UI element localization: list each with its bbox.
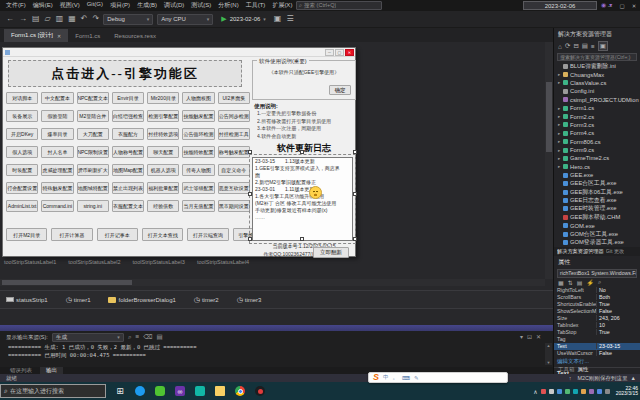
function-button[interactable]: 爆率目录 bbox=[41, 128, 73, 140]
solution-tree-item[interactable]: ▸ GameTime2.cs bbox=[554, 154, 640, 162]
solution-tree-item[interactable]: GEE脚本06工具.exe bbox=[554, 188, 640, 196]
function-button[interactable]: AdminList.txt bbox=[6, 200, 38, 212]
function-button[interactable]: 恶意互砍设置 bbox=[218, 182, 250, 194]
solution-tree-item[interactable]: GEE时装管理.exe bbox=[554, 205, 640, 213]
open-tool-button[interactable]: 打开M2目录 bbox=[6, 228, 47, 241]
property-row[interactable]: TabIndex 10 bbox=[554, 322, 640, 329]
tab-close-icon[interactable]: ✕ bbox=[57, 33, 61, 39]
properties-icon[interactable]: ▤ bbox=[577, 279, 583, 286]
dock-tab[interactable]: Git 更改 bbox=[606, 248, 624, 255]
function-button[interactable]: NPC配置文本 bbox=[77, 92, 109, 104]
function-button[interactable]: 聊天配置 bbox=[147, 146, 179, 158]
panel-dropdown-icon[interactable]: ▾ bbox=[520, 333, 523, 340]
property-row[interactable]: Size 243, 206 bbox=[554, 315, 640, 322]
document-tab[interactable]: Form1.cs✕ bbox=[68, 29, 107, 42]
selection-handle[interactable] bbox=[353, 237, 357, 241]
refresh-now-button[interactable]: 立即翻新 bbox=[313, 247, 349, 258]
tray-app-icon[interactable] bbox=[565, 389, 570, 394]
function-button[interactable]: 时装配置 bbox=[6, 164, 38, 176]
function-button[interactable]: 特殊触发配置 bbox=[41, 182, 73, 194]
function-button[interactable]: 假人选项 bbox=[6, 146, 38, 158]
ime-tool-icon[interactable]: 中 bbox=[383, 374, 389, 381]
solution-tree-item[interactable]: GOM合区工具.exe bbox=[554, 230, 640, 238]
selection-handle[interactable] bbox=[353, 150, 357, 154]
designer-vertical-scrollbar[interactable] bbox=[545, 42, 553, 279]
panel-close-icon[interactable]: ✕ bbox=[536, 333, 541, 340]
panel-maximize-icon[interactable]: ⊡ bbox=[527, 333, 532, 340]
selection-handle[interactable] bbox=[248, 150, 252, 154]
refresh-icon[interactable]: ⟳ bbox=[565, 42, 570, 50]
function-button[interactable]: 禁止出现列表 bbox=[112, 182, 144, 194]
caret-up-icon[interactable]: ▲ bbox=[631, 375, 636, 381]
tray-app-icon[interactable] bbox=[573, 389, 578, 394]
function-button[interactable]: 中文配置本 bbox=[41, 92, 73, 104]
properties-object-dropdown[interactable]: richTextBox1 System.Windows.Forms.RichTe… bbox=[557, 269, 637, 278]
dock-tab[interactable]: 解决方案资源管理器 bbox=[557, 248, 604, 255]
tray-app-icon[interactable] bbox=[549, 389, 554, 394]
function-button[interactable]: 武士等级配置 bbox=[182, 182, 214, 194]
menu-item[interactable]: 编辑(E) bbox=[33, 1, 53, 10]
function-button[interactable]: 当月充值配置 bbox=[182, 200, 214, 212]
function-button[interactable]: 对话脚本 bbox=[6, 92, 38, 104]
selection-handle[interactable] bbox=[353, 192, 357, 196]
menu-item[interactable]: Git(G) bbox=[87, 1, 103, 10]
function-button[interactable]: 公告同步检测 bbox=[218, 110, 250, 122]
solution-tree-item[interactable]: ▸ ChuangsMax bbox=[554, 70, 640, 78]
selection-handle[interactable] bbox=[248, 237, 252, 241]
teal-app-icon[interactable] bbox=[195, 386, 205, 396]
document-tab[interactable]: Form1.cs [设计]✕ bbox=[4, 29, 68, 42]
sogou-logo-icon[interactable]: S bbox=[373, 373, 379, 382]
platform-dropdown[interactable]: Any CPU▾ bbox=[157, 14, 213, 25]
ime-tool-icon[interactable]: 。 bbox=[393, 374, 399, 381]
chrome-icon[interactable] bbox=[235, 386, 245, 396]
solution-tree-item[interactable]: ▸ Form9.cs bbox=[554, 146, 640, 154]
function-button[interactable]: 人物面板图 bbox=[182, 92, 214, 104]
function-button[interactable]: Envir目录 bbox=[112, 92, 144, 104]
menu-item[interactable]: 视图(V) bbox=[60, 1, 80, 10]
collapse-all-icon[interactable]: ⊟ bbox=[573, 42, 578, 50]
function-button[interactable]: UI2界面集 bbox=[218, 92, 250, 104]
solution-name-box[interactable]: 2023-02-06 bbox=[523, 1, 597, 10]
undo-icon[interactable]: ↶ bbox=[81, 15, 88, 23]
confirm-button[interactable]: 确定 bbox=[329, 85, 351, 95]
function-button[interactable]: 经验倍数 bbox=[147, 200, 179, 212]
function-button[interactable]: 机器人选项 bbox=[147, 164, 179, 176]
function-button[interactable]: NPC限制设置 bbox=[77, 146, 109, 158]
property-row[interactable]: UseWaitCursor False bbox=[554, 350, 640, 357]
open-tool-button[interactable]: 打开文本查找 bbox=[142, 228, 183, 241]
ime-tool-icon[interactable]: ⌨ bbox=[402, 375, 410, 381]
function-button[interactable]: 封挂检测工具 bbox=[218, 128, 250, 140]
properties-shortcut-icon[interactable]: ≡ bbox=[591, 43, 595, 50]
function-button[interactable]: 假验登陆 bbox=[41, 110, 73, 122]
toggle-wordwrap-icon[interactable]: ▤ bbox=[157, 333, 163, 341]
function-button[interactable]: 地图Map配置 bbox=[112, 164, 144, 176]
output-scrollbar[interactable]: ▲▼ bbox=[545, 343, 552, 365]
close-button[interactable]: ✕ bbox=[628, 0, 640, 11]
function-button[interactable]: 装备展示 bbox=[6, 110, 38, 122]
property-row[interactable]: TabStop True bbox=[554, 329, 640, 336]
solution-tree-item[interactable]: GOM.exe bbox=[554, 221, 640, 229]
menu-item[interactable]: 生成(B) bbox=[137, 1, 157, 10]
taskbar-clock[interactable]: 22:46 2023/3/15 bbox=[616, 386, 638, 397]
edit-text-lines-link[interactable]: 编辑文本行... bbox=[554, 358, 640, 365]
function-button[interactable]: Mir200目录 bbox=[147, 92, 179, 104]
tray-app-icon[interactable] bbox=[541, 389, 546, 394]
configuration-dropdown[interactable]: Debug▾ bbox=[103, 14, 153, 25]
start-debug-button[interactable]: ▶ 2023-02-06 ▾ bbox=[217, 14, 270, 25]
function-button[interactable]: 白怪增强检查 bbox=[112, 110, 144, 122]
solution-tree-item[interactable]: ▸ Form1.cs bbox=[554, 104, 640, 112]
engine-function-banner[interactable]: 点击进入--引擎功能区 bbox=[8, 60, 242, 87]
function-button[interactable]: 黑市期间设置 bbox=[218, 200, 250, 212]
wechat-icon[interactable] bbox=[155, 386, 165, 396]
toolstrip-status-label[interactable]: toolStripStatusLabel4 bbox=[197, 259, 249, 265]
task-view-icon[interactable] bbox=[115, 386, 125, 396]
function-button[interactable]: 福利批量配置 bbox=[147, 182, 179, 194]
vs-search-box[interactable]: ⌕ 搜索 (Ctrl+Q) bbox=[296, 1, 382, 10]
function-button[interactable]: 公告循环检测 bbox=[182, 128, 214, 140]
solution-tree-item[interactable]: ▸ Form2.cs bbox=[554, 112, 640, 120]
new-project-icon[interactable]: ▤ bbox=[32, 15, 40, 23]
tray-component[interactable]: ◷ timer2 bbox=[194, 296, 219, 303]
tray-app-icon[interactable] bbox=[605, 389, 610, 394]
solution-tree-item[interactable]: GEE脚本帮助.CHM bbox=[554, 213, 640, 221]
solution-tree-item[interactable]: Config.ini bbox=[554, 87, 640, 95]
